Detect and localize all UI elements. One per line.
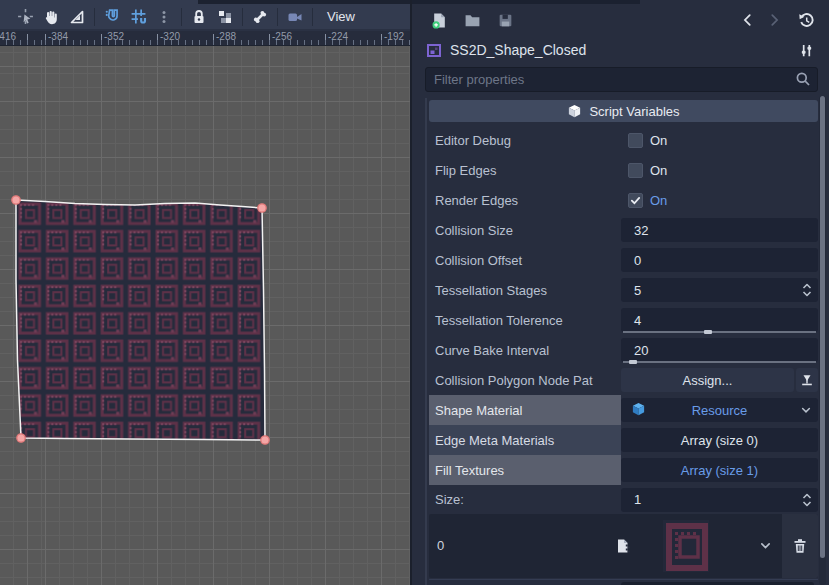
- spinbox-arrows-icon[interactable]: [801, 492, 813, 508]
- search-icon: [795, 71, 811, 87]
- assign-nodepath-button[interactable]: Assign...: [621, 368, 794, 392]
- prop-label: Collision Size: [429, 215, 621, 245]
- shape-material-resource[interactable]: Resource: [621, 398, 818, 422]
- canvas-viewport: View -416 -384 -352 -320 -288 -256 -224 …: [0, 0, 410, 585]
- ss2d-node-icon: [426, 42, 442, 58]
- slider-track[interactable]: [623, 361, 816, 363]
- tessellation-tolerence-input[interactable]: 4: [621, 308, 818, 332]
- toolbar-separator: [94, 8, 95, 26]
- checkbox-text: On: [650, 163, 667, 178]
- snap-options-button[interactable]: [151, 5, 177, 29]
- inspector-toolbar: [412, 4, 829, 36]
- godot-editor: View -416 -384 -352 -320 -288 -256 -224 …: [0, 0, 829, 585]
- save-icon: [497, 12, 514, 29]
- prop-edge-meta-materials: Edge Meta Materials Array (size 0): [429, 425, 818, 455]
- ruler-label: -320: [160, 31, 180, 42]
- save-resource-button[interactable]: [492, 8, 518, 32]
- spinbox-arrows-icon[interactable]: [801, 282, 813, 298]
- scrollbar-thumb[interactable]: [820, 96, 825, 558]
- curve-bake-interval-input[interactable]: 20: [621, 338, 818, 362]
- horizontal-ruler: -416 -384 -352 -320 -288 -256 -224 -192: [0, 31, 410, 46]
- trash-icon: [792, 538, 808, 554]
- chevron-right-icon: [767, 13, 781, 27]
- view-menu-button[interactable]: View: [317, 7, 365, 26]
- new-resource-button[interactable]: [426, 8, 452, 32]
- fill-textures-array[interactable]: Array (size 1): [621, 458, 818, 482]
- load-resource-button[interactable]: [459, 8, 485, 32]
- shape-handle[interactable]: [258, 204, 266, 212]
- inspector-scrollbar[interactable]: [819, 96, 826, 585]
- prop-label: Collision Offset: [429, 245, 621, 275]
- object-history-button[interactable]: [793, 8, 819, 32]
- ruler-label: -352: [104, 31, 124, 42]
- canvas-area[interactable]: [0, 46, 410, 585]
- history-forward-button[interactable]: [761, 8, 787, 32]
- ruler-label: -256: [272, 31, 292, 42]
- inspector-tools-button[interactable]: [793, 38, 819, 62]
- prop-fill-textures: Fill Textures Array (size 1): [429, 455, 818, 485]
- toolbar-separator: [312, 8, 313, 26]
- shape-polygon[interactable]: [16, 200, 265, 440]
- lock-object-button[interactable]: [186, 5, 212, 29]
- skeleton-options-button[interactable]: [247, 5, 273, 29]
- slider-track[interactable]: [623, 331, 816, 333]
- chevron-down-icon[interactable]: [800, 404, 812, 416]
- properties-list: Script Variables Editor Debug On Flip Ed…: [425, 98, 818, 585]
- animation-camera-button[interactable]: [282, 5, 308, 29]
- lock-icon: [191, 9, 207, 25]
- shape-handle[interactable]: [17, 434, 25, 442]
- editor-debug-checkbox[interactable]: [628, 133, 643, 148]
- pick-nodepath-button[interactable]: [796, 368, 818, 392]
- grid-snap-button[interactable]: [125, 5, 151, 29]
- section-title: Script Variables: [589, 104, 679, 119]
- section-script-variables[interactable]: Script Variables: [429, 100, 818, 122]
- prop-tessellation-stages: Tessellation Stages 5: [429, 275, 818, 305]
- hand-icon: [43, 9, 59, 25]
- inspector-panel: SS2D_Shape_Closed Script Variables Edito…: [412, 0, 829, 585]
- chevron-down-icon[interactable]: [759, 539, 772, 552]
- array-item-row: 0: [429, 514, 818, 578]
- edit-texture-icon[interactable]: [615, 538, 631, 554]
- node-header: SS2D_Shape_Closed: [412, 36, 829, 64]
- flip-edges-checkbox[interactable]: [628, 163, 643, 178]
- ruler-label: -384: [48, 31, 68, 42]
- prop-label: Collision Polygon Node Pat: [429, 365, 621, 395]
- ruler-label: -224: [328, 31, 348, 42]
- edge-meta-materials-array[interactable]: Array (size 0): [621, 428, 818, 452]
- prop-tessellation-tolerence: Tessellation Tolerence 4: [429, 305, 818, 335]
- new-resource-icon: [431, 12, 448, 29]
- shape-layer: [0, 46, 410, 585]
- next-row-partial: [429, 579, 818, 585]
- history-back-button[interactable]: [735, 8, 761, 32]
- toolbar-separator: [277, 8, 278, 26]
- slider-grabber[interactable]: [629, 360, 637, 364]
- slider-grabber[interactable]: [704, 330, 712, 334]
- render-edges-checkbox[interactable]: [628, 193, 643, 208]
- pan-tool-button[interactable]: [38, 5, 64, 29]
- group-icon: [217, 9, 233, 25]
- array-size-input[interactable]: 1: [621, 488, 818, 512]
- ruler-tool-button[interactable]: [64, 5, 90, 29]
- prop-label: Curve Bake Interval: [429, 335, 621, 365]
- filter-properties-input[interactable]: [425, 67, 818, 92]
- toolbar-separator: [242, 8, 243, 26]
- prop-shape-material: Shape Material Resource: [429, 395, 818, 425]
- fill-textures-array-editor: Size: 1 0: [429, 485, 818, 585]
- checkbox-text: On: [650, 133, 667, 148]
- group-object-button[interactable]: [212, 5, 238, 29]
- tessellation-stages-input[interactable]: 5: [621, 278, 818, 302]
- delete-item-button[interactable]: [782, 514, 818, 578]
- toolbar-separator: [181, 8, 182, 26]
- collision-size-input[interactable]: 32: [621, 218, 818, 242]
- shape-handle[interactable]: [261, 436, 269, 444]
- shape-handle[interactable]: [12, 196, 20, 204]
- ruler-label: -192: [384, 31, 404, 42]
- collision-offset-input[interactable]: 0: [621, 248, 818, 272]
- select-tool-button[interactable]: [12, 5, 38, 29]
- smart-snap-button[interactable]: [99, 5, 125, 29]
- prop-label: Shape Material: [429, 395, 621, 425]
- texture-preview[interactable]: [663, 520, 709, 572]
- prop-label: Flip Edges: [429, 155, 621, 185]
- array-item-index: 0: [437, 538, 444, 553]
- grid-magnet-icon: [130, 8, 147, 25]
